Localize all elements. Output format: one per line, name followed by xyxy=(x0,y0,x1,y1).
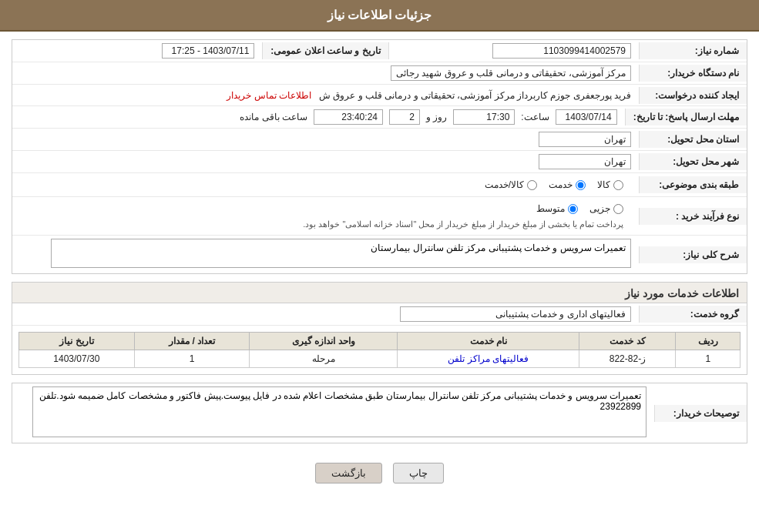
deadline-value: 1403/07/14 ساعت: 17:30 روز و 2 23:40:24 … xyxy=(12,106,625,128)
category-kala[interactable]: کالا xyxy=(597,179,623,190)
deadline-day-label: روز و xyxy=(426,112,447,122)
cell-row: 1 xyxy=(676,350,741,368)
col-unit: واحد اندازه گیری xyxy=(250,333,398,350)
creator-row: ایجاد کننده درخواست: فرید پورجعفری جوزم … xyxy=(12,85,747,106)
date-input: 1403/07/11 - 17:25 xyxy=(162,43,254,59)
category-label: طبقه بندی موضوعی: xyxy=(639,176,747,193)
content-area: شماره نیاز: 1103099414002579 تاریخ و ساع… xyxy=(0,32,759,499)
service-section: اطلاعات خدمات مورد نیاز گروه خدمت: فعالی… xyxy=(12,282,747,375)
col-date: تاریخ نیاز xyxy=(19,333,135,350)
deadline-remaining-label: ساعت باقی مانده xyxy=(240,112,307,122)
purchase-type-value: جزیی متوسط پرداخت تمام یا بخشی از مبلغ خ… xyxy=(12,197,639,235)
buyer-notes-row: توصیحات خریدار: xyxy=(12,383,747,443)
city-value: تهران xyxy=(12,151,639,172)
button-area: چاپ بازگشت xyxy=(12,451,747,491)
category-radio-group: کالا خدمت کالا/خدمت xyxy=(20,176,631,193)
deadline-time-input: 17:30 xyxy=(453,109,515,125)
purchase-jozi[interactable]: جزیی xyxy=(589,203,623,214)
cell-date: 1403/07/30 xyxy=(19,350,135,368)
buyer-notes-value xyxy=(12,383,654,443)
cell-unit: مرحله xyxy=(250,350,398,368)
purchase-mota-radio[interactable] xyxy=(568,204,578,214)
page-wrapper: جزئیات اطلاعات نیاز شماره نیاز: 11030994… xyxy=(0,0,759,532)
need-number-value: 1103099414002579 xyxy=(389,40,639,62)
deadline-label: مهلت ارسال پاسخ: تا تاریخ: xyxy=(625,109,747,125)
need-description-row: شرح کلی نیاز: xyxy=(12,236,747,273)
buyer-org-input: مرکز آموزشی، تحقیقاتی و درمانی قلب و عرو… xyxy=(391,65,631,81)
purchase-jozi-label: جزیی xyxy=(589,203,610,214)
deadline-date-input: 1403/07/14 xyxy=(556,109,617,125)
deadline-time-label: ساعت: xyxy=(521,112,549,122)
cell-name: فعالیتهای مراکز تلفن xyxy=(398,350,579,368)
cell-code: ز-82-822 xyxy=(579,350,676,368)
cell-quantity: 1 xyxy=(134,350,250,368)
col-quantity: تعداد / مقدار xyxy=(134,333,250,350)
back-button[interactable]: بازگشت xyxy=(315,463,382,483)
service-section-title: اطلاعات خدمات مورد نیاز xyxy=(12,283,747,303)
buyer-org-row: نام دستگاه خریدار: مرکز آموزشی، تحقیقاتی… xyxy=(12,62,747,85)
category-kala-khedmat-label: کالا/خدمت xyxy=(485,179,524,190)
need-number-date-row: شماره نیاز: 1103099414002579 تاریخ و ساع… xyxy=(12,40,747,62)
purchase-type-radio-group: جزیی متوسط xyxy=(20,200,631,217)
purchase-type-row: نوع فرآیند خرید : جزیی متوسط xyxy=(12,197,747,236)
creator-value: فرید پورجعفری جوزم کاربرداز مرکز آموزشی،… xyxy=(12,87,639,104)
page-title: جزئیات اطلاعات نیاز xyxy=(0,0,759,32)
province-value: تهران xyxy=(12,129,639,150)
col-row: ردیف xyxy=(676,333,741,350)
need-description-value xyxy=(12,236,639,273)
city-label: شهر محل تحویل: xyxy=(639,153,747,170)
buyer-notes-textarea[interactable] xyxy=(32,386,646,437)
category-kala-khedmat[interactable]: کالا/خدمت xyxy=(485,179,537,190)
category-value: کالا خدمت کالا/خدمت xyxy=(12,173,639,196)
category-khedmat[interactable]: خدمت xyxy=(549,179,586,190)
purchase-type-label: نوع فرآیند خرید : xyxy=(639,208,747,225)
service-group-label: گروه خدمت: xyxy=(639,306,747,323)
service-table-wrapper: ردیف کد خدمت نام خدمت واحد اندازه گیری ت… xyxy=(12,326,747,374)
service-table: ردیف کد خدمت نام خدمت واحد اندازه گیری ت… xyxy=(18,332,741,368)
province-row: استان محل تحویل: تهران xyxy=(12,129,747,151)
category-kala-label: کالا xyxy=(597,179,610,190)
category-kala-khedmat-radio[interactable] xyxy=(527,180,537,190)
need-description-textarea[interactable] xyxy=(51,239,631,268)
service-group-input: فعالیتهای اداری و خدمات پشتیبانی xyxy=(400,306,631,322)
date-value: 1403/07/11 - 17:25 xyxy=(12,40,262,62)
purchase-jozi-radio[interactable] xyxy=(613,204,623,214)
need-description-label: شرح کلی نیاز: xyxy=(639,246,747,263)
creator-label: ایجاد کننده درخواست: xyxy=(639,87,747,104)
category-row: طبقه بندی موضوعی: کالا خدمت xyxy=(12,173,747,197)
purchase-type-note: پرداخت تمام یا بخشی از مبلغ خریدار از مب… xyxy=(20,217,631,232)
deadline-remaining-input: 23:40:24 xyxy=(314,109,383,125)
table-row: 1 ز-82-822 فعالیتهای مراکز تلفن مرحله 1 … xyxy=(19,350,741,368)
print-button[interactable]: چاپ xyxy=(393,463,444,483)
category-kala-radio[interactable] xyxy=(613,180,623,190)
buyer-notes-label: توصیحات خریدار: xyxy=(654,405,747,422)
creator-contact-link[interactable]: اطلاعات تماس خریدار xyxy=(227,90,311,101)
province-label: استان محل تحویل: xyxy=(639,131,747,148)
deadline-row: مهلت ارسال پاسخ: تا تاریخ: 1403/07/14 سا… xyxy=(12,106,747,129)
deadline-days-input: 2 xyxy=(389,109,420,125)
purchase-mota-label: متوسط xyxy=(536,203,565,214)
city-row: شهر محل تحویل: تهران xyxy=(12,151,747,173)
service-group-value: فعالیتهای اداری و خدمات پشتیبانی xyxy=(12,303,639,325)
need-number-label: شماره نیاز: xyxy=(639,42,747,59)
purchase-mota[interactable]: متوسط xyxy=(536,203,578,214)
buyer-notes-section: توصیحات خریدار: xyxy=(12,383,747,443)
province-input: تهران xyxy=(539,132,631,147)
col-name: نام خدمت xyxy=(398,333,579,350)
buyer-org-label: نام دستگاه خریدار: xyxy=(639,65,747,82)
need-number-input: 1103099414002579 xyxy=(492,43,631,59)
service-group-row: گروه خدمت: فعالیتهای اداری و خدمات پشتیب… xyxy=(12,303,747,326)
date-label: تاریخ و ساعت اعلان عمومی: xyxy=(262,42,388,59)
main-info-section: شماره نیاز: 1103099414002579 تاریخ و ساع… xyxy=(12,39,747,274)
creator-name: فرید پورجعفری جوزم کاربرداز مرکز آموزشی،… xyxy=(319,90,631,101)
col-code: کد خدمت xyxy=(579,333,676,350)
category-khedmat-radio[interactable] xyxy=(576,180,586,190)
city-input: تهران xyxy=(539,154,631,169)
buyer-org-value: مرکز آموزشی، تحقیقاتی و درمانی قلب و عرو… xyxy=(12,62,639,84)
category-khedmat-label: خدمت xyxy=(549,179,573,190)
